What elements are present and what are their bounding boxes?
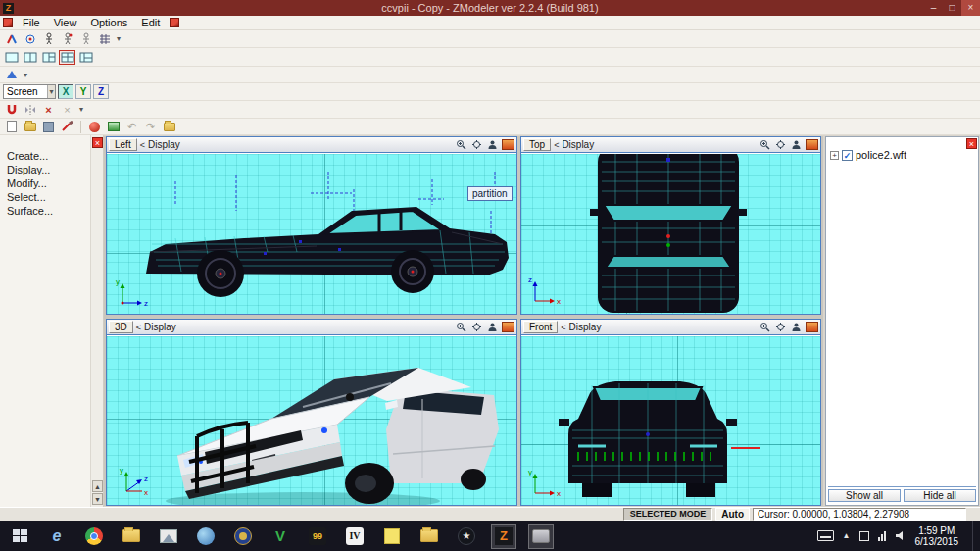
- hide-all-button[interactable]: Hide all: [904, 489, 976, 502]
- new-file-icon[interactable]: [3, 120, 20, 134]
- viewport-front-canvas[interactable]: y x: [521, 336, 820, 505]
- view-settings-gear-icon[interactable]: [774, 322, 787, 333]
- axis-y-toggle[interactable]: Y: [75, 84, 91, 99]
- display-menu-button[interactable]: Display: [569, 322, 602, 332]
- viewport-left-name-button[interactable]: Left: [109, 138, 137, 151]
- layout-single-icon[interactable]: [3, 50, 20, 65]
- gta-iv-icon[interactable]: IV: [342, 524, 368, 549]
- axes-tool-icon[interactable]: [3, 31, 20, 46]
- show-desktop-button[interactable]: [972, 521, 978, 551]
- zoom-icon[interactable]: [759, 322, 771, 333]
- layout-four-icon[interactable]: [59, 50, 75, 65]
- app-99-icon[interactable]: 99: [305, 524, 330, 549]
- internet-explorer-icon[interactable]: e: [44, 524, 70, 549]
- menu-view[interactable]: View: [47, 16, 84, 29]
- auto-indicator[interactable]: Auto: [715, 508, 750, 521]
- sidebar-item-surface[interactable]: Surface...: [0, 204, 90, 218]
- viewport-left-canvas[interactable]: y z partition: [107, 154, 516, 314]
- tree-expand-icon[interactable]: +: [830, 151, 839, 160]
- show-hidden-icons-button[interactable]: ▲: [843, 531, 851, 540]
- redo-icon[interactable]: ↷: [142, 120, 159, 134]
- display-menu-button[interactable]: Display: [148, 139, 180, 150]
- show-all-button[interactable]: Show all: [828, 489, 901, 502]
- zoom-icon[interactable]: [759, 139, 771, 151]
- sidebar-scrollbar[interactable]: × ▲ ▼: [91, 135, 104, 507]
- network-icon[interactable]: [878, 531, 886, 541]
- display-menu-button[interactable]: Display: [144, 322, 176, 332]
- user-view-icon[interactable]: [790, 322, 803, 333]
- volume-icon[interactable]: [895, 527, 906, 545]
- minimize-button[interactable]: –: [924, 0, 943, 16]
- user-view-icon[interactable]: [790, 139, 803, 151]
- save-file-icon[interactable]: [40, 120, 57, 134]
- browse-folder-icon[interactable]: [161, 120, 177, 134]
- display-menu-button[interactable]: Display: [562, 139, 594, 150]
- chrome-icon[interactable]: [81, 524, 107, 549]
- maximize-viewport-button[interactable]: [502, 139, 514, 150]
- sidebar-item-select[interactable]: Select...: [0, 190, 90, 204]
- visibility-checkbox[interactable]: ✓: [842, 150, 853, 161]
- scroll-up-button[interactable]: ▲: [92, 480, 103, 492]
- v-app-icon[interactable]: V: [268, 524, 293, 549]
- star-badge-icon[interactable]: ★: [454, 524, 479, 549]
- user-view-icon[interactable]: [486, 139, 499, 151]
- sidebar-item-display[interactable]: Display...: [0, 163, 90, 176]
- maximize-viewport-button[interactable]: [806, 322, 818, 332]
- close-button[interactable]: ×: [961, 0, 980, 16]
- orbit-tool-icon[interactable]: [22, 31, 38, 46]
- display-back-icon[interactable]: <: [561, 323, 565, 332]
- zoom-icon[interactable]: [455, 139, 467, 151]
- maximize-button[interactable]: □: [943, 0, 961, 16]
- photo-viewer-icon[interactable]: [156, 524, 181, 549]
- skeleton-icon-2[interactable]: [59, 31, 75, 46]
- view-settings-gear-icon[interactable]: [470, 139, 483, 151]
- screen-space-dropdown-icon[interactable]: ▾: [47, 85, 55, 98]
- detach-tool-icon[interactable]: ×: [59, 102, 75, 117]
- action-center-icon[interactable]: [859, 531, 869, 541]
- close-sidebar-button[interactable]: ×: [92, 137, 103, 148]
- viewport-top-canvas[interactable]: z x: [521, 154, 820, 314]
- menu-options[interactable]: Options: [83, 16, 134, 29]
- touch-keyboard-icon[interactable]: [817, 530, 834, 541]
- start-button[interactable]: [7, 524, 32, 549]
- axis-z-toggle[interactable]: Z: [93, 84, 109, 99]
- skeleton-icon-3[interactable]: [77, 31, 94, 46]
- media-player-icon[interactable]: [193, 524, 219, 549]
- delete-tool-icon[interactable]: ×: [40, 102, 57, 117]
- display-back-icon[interactable]: <: [136, 323, 141, 332]
- viewport-front-name-button[interactable]: Front: [523, 321, 558, 333]
- close-panel-button[interactable]: ×: [966, 138, 977, 149]
- viewport-top-name-button[interactable]: Top: [523, 138, 551, 151]
- material-editor-icon[interactable]: [86, 120, 103, 134]
- snap-grid-icon[interactable]: [96, 31, 113, 46]
- open-file-icon[interactable]: [22, 120, 38, 134]
- viewport-3d-canvas[interactable]: y z x: [107, 336, 516, 505]
- zmodeler-taskbar-icon[interactable]: Z: [491, 524, 516, 549]
- tree-item-police2[interactable]: + ✓ police2.wft: [830, 149, 906, 161]
- nypd-badge-icon[interactable]: [230, 524, 256, 549]
- menu-file[interactable]: File: [16, 16, 47, 29]
- undo-icon[interactable]: ↶: [123, 120, 140, 134]
- viewport-3d-name-button[interactable]: 3D: [109, 321, 133, 333]
- maximize-viewport-button[interactable]: [806, 139, 818, 150]
- display-back-icon[interactable]: <: [140, 140, 145, 150]
- magnet-icon[interactable]: [3, 102, 20, 117]
- texture-browser-icon[interactable]: [105, 120, 122, 134]
- openiv-icon[interactable]: [528, 524, 554, 549]
- primitive-tool-icon[interactable]: [3, 68, 20, 82]
- layout-custom-icon[interactable]: [77, 50, 94, 65]
- selected-mode-indicator[interactable]: SELECTED MODE: [623, 508, 713, 521]
- file-explorer-icon[interactable]: [119, 524, 144, 549]
- mirror-tool-icon[interactable]: [22, 102, 38, 117]
- zoom-icon[interactable]: [455, 322, 467, 333]
- layout-three-icon[interactable]: [40, 50, 57, 65]
- sidebar-item-modify[interactable]: Modify...: [0, 176, 90, 190]
- display-back-icon[interactable]: <: [554, 140, 559, 150]
- view-settings-gear-icon[interactable]: [470, 322, 483, 333]
- primitive-dropdown-icon[interactable]: ▾: [22, 71, 29, 79]
- taskbar-clock[interactable]: 1:59 PM 6/13/2015: [915, 526, 959, 547]
- app-icon[interactable]: Z: [3, 3, 14, 14]
- maximize-viewport-button[interactable]: [502, 322, 514, 332]
- sidebar-item-create[interactable]: Create...: [0, 149, 90, 163]
- snap-tools-dropdown-icon[interactable]: ▾: [77, 105, 85, 114]
